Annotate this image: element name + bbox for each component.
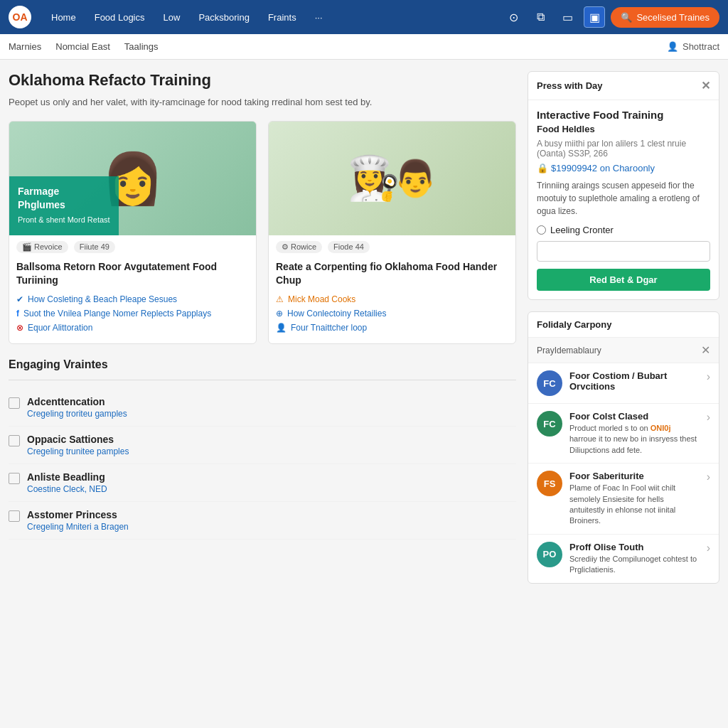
checkbox-3[interactable] xyxy=(9,510,20,522)
list-item-3: Asstomer Princess Cregeling Mniteri a Br… xyxy=(9,502,516,540)
sec-nav-nomcial[interactable]: Nomcial East xyxy=(55,41,110,52)
top-nav: OA Home Food Logics Low Packsboring Frai… xyxy=(0,0,728,34)
nav-packsboring[interactable]: Packsboring xyxy=(190,8,258,27)
profile-item-0[interactable]: FC Foor Costiom / Bubart Orvcitions › xyxy=(528,363,719,404)
profile-item-3[interactable]: PO Proff Olise Touth Scrediiy the Compil… xyxy=(528,535,719,583)
panel-price: 🔒 $19909942 on Charoonly xyxy=(537,163,710,173)
panel-main-title: Interactive Food Training xyxy=(537,109,710,121)
card-1-badge-2: Fiiute 49 xyxy=(74,241,115,253)
panel-radio-label: Leeling Cronter xyxy=(550,225,614,235)
user-icon: 👤 xyxy=(667,41,678,52)
nav-low[interactable]: Low xyxy=(155,8,189,27)
search-button[interactable]: 🔍 Secelised Traines xyxy=(611,7,719,28)
panel-radio-input[interactable] xyxy=(537,225,546,235)
page-title: Oklahoma Refacto Training xyxy=(9,71,516,90)
logo-icon: OA xyxy=(9,6,31,28)
profile-name-2: Foor Saberiturite xyxy=(569,471,700,481)
panel-text-input[interactable] xyxy=(537,241,710,262)
sec-nav-marnies[interactable]: Marnies xyxy=(9,41,41,52)
profile-text-1: Foor Colst Clased Product morled s to on… xyxy=(569,411,700,456)
sec-nav-right: 👤 Shottract xyxy=(667,41,719,52)
card-1-link-1[interactable]: ✔ How Cosleting & Beach Pleape Sesues xyxy=(16,292,249,306)
card-1-badge-1: 🎬 Revoice xyxy=(16,241,68,253)
card-1-link-3[interactable]: ⊗ Equor Alittoration xyxy=(16,321,249,335)
nav-square-icon[interactable]: ▣ xyxy=(584,6,605,28)
profile-text-2: Foor Saberiturite Plame of Foac In Fool … xyxy=(569,471,700,527)
checkbox-0[interactable] xyxy=(9,397,20,409)
card-2-badges: ⚙ Rowice Fiode 44 xyxy=(269,235,515,256)
card-2-badge-1: ⚙ Rowice xyxy=(276,241,322,253)
card-1-body: Ballsoma Retorn Roor Avgutatement Food T… xyxy=(9,256,256,343)
chevron-icon-3: › xyxy=(707,542,710,555)
list-item-content-1: Oppacic Sattiones Cregeling trunitee pam… xyxy=(27,434,129,456)
nav-circle-icon[interactable]: ⊙ xyxy=(503,6,524,28)
search-icon: 🔍 xyxy=(621,12,632,23)
checkbox-2[interactable] xyxy=(9,473,20,484)
nav-fraints[interactable]: Fraints xyxy=(259,8,305,27)
nav-more[interactable]: ··· xyxy=(306,8,331,27)
list-item-0: Adcenttencation Cregeling troriteu gampl… xyxy=(9,389,516,427)
nav-food-logics[interactable]: Food Logics xyxy=(86,8,154,27)
list-item-content-0: Adcenttencation Cregeling troriteu gampl… xyxy=(27,396,127,419)
panel-close-button[interactable]: ✕ xyxy=(701,79,710,92)
lock-icon: 🔒 xyxy=(537,163,548,173)
engaging-section: Engaging Vraintes Adcenttencation Cregel… xyxy=(9,358,516,540)
avatar-0: FC xyxy=(537,370,562,396)
left-content: Oklahoma Refacto Training Peopet us only… xyxy=(9,71,516,595)
card-1-badges: 🎬 Revoice Fiiute 49 xyxy=(9,235,256,256)
chevron-icon-0: › xyxy=(707,370,710,383)
card-2-photo: 👩‍🍳 👨 xyxy=(269,122,515,235)
card-2-link-1[interactable]: ⚠ Mick Moad Cooks xyxy=(276,292,508,306)
item-sub-2: Coestine Cleck, NED xyxy=(27,484,107,494)
profile-name-3: Proff Olise Touth xyxy=(569,542,700,552)
sec-nav-taalings[interactable]: Taalings xyxy=(124,41,159,52)
card-1-overlay: Farmage Phglumes Pront & shent Mord Reta… xyxy=(9,176,119,235)
badge-icon-1: 🎬 xyxy=(22,242,32,252)
item-sub-0: Cregeling troriteu gamples xyxy=(27,409,127,419)
panel-2-header: Folidaly Carpony xyxy=(528,312,719,338)
profile-item-2[interactable]: FS Foor Saberiturite Plame of Foac In Fo… xyxy=(528,464,719,535)
panel-action-button[interactable]: Red Bet & Dgar xyxy=(537,269,710,291)
subpanel-close-button[interactable]: ✕ xyxy=(701,343,710,357)
divider xyxy=(9,380,516,380)
person-icon-2: 👩‍🍳 xyxy=(347,153,400,203)
cross-icon: ⊗ xyxy=(16,323,23,333)
list-item-2: Anliste Beadling Coestine Cleck, NED xyxy=(9,464,516,502)
globe-icon: ⊕ xyxy=(276,309,283,318)
secondary-nav: Marnies Nomcial East Taalings 👤 Shottrac… xyxy=(0,34,728,60)
card-2-link-3[interactable]: 👤 Four Tnaittcher loop xyxy=(276,321,508,335)
item-sub-1: Cregeling trunitee pamples xyxy=(27,446,129,456)
chevron-icon-1: › xyxy=(707,411,710,424)
card-2-link-2[interactable]: ⊕ How Conlectoiny Retailies xyxy=(276,306,508,321)
panel-training-desc: Trinniing araings scusen appeseid fior t… xyxy=(537,179,710,218)
item-title-3: Asstomer Princess xyxy=(27,509,129,520)
user-icon-2: 👤 xyxy=(276,323,287,333)
panel-interactive: Press with Day ✕ Interactive Food Traini… xyxy=(528,71,719,300)
profile-item-1[interactable]: FC Foor Colst Clased Product morled s to… xyxy=(528,404,719,464)
highlight-text-1: ONI0j xyxy=(651,424,671,432)
nav-copy-icon[interactable]: ⧉ xyxy=(530,6,551,28)
nav-rect-icon[interactable]: ▭ xyxy=(557,6,578,28)
item-sub-3: Cregeling Mniteri a Bragen xyxy=(27,522,129,532)
panel-subtitle: Food Heldles xyxy=(537,124,710,134)
nav-icon-group: ⊙ ⧉ ▭ ▣ 🔍 Secelised Traines xyxy=(503,6,719,28)
panel-radio-row: Leeling Cronter xyxy=(537,225,710,235)
card-2-badge-2: Fiode 44 xyxy=(328,241,370,253)
right-sidebar: Press with Day ✕ Interactive Food Traini… xyxy=(528,71,719,595)
cards-grid: 👩 Farmage Phglumes Pront & shent Mord Re… xyxy=(9,121,516,344)
avatar-1: FC xyxy=(537,411,562,437)
nav-home[interactable]: Home xyxy=(43,8,85,27)
main-layout: Oklahoma Refacto Training Peopet us only… xyxy=(0,60,728,606)
card-2-body: Reate a Corpenting fio Oklahoma Food Han… xyxy=(269,256,515,343)
nav-links: Home Food Logics Low Packsboring Fraints… xyxy=(43,8,500,27)
item-title-2: Anliste Beadling xyxy=(27,471,107,483)
panel-header-title: Press with Day xyxy=(537,80,603,91)
card-1-link-2[interactable]: f Suot the Vnilea Plange Nomer Replects … xyxy=(16,306,249,321)
badge-icon-2: ⚙ xyxy=(282,242,289,252)
checkbox-1[interactable] xyxy=(9,435,20,446)
subpanel-title: PrayIdemablaury xyxy=(537,346,601,355)
logo: OA xyxy=(9,6,31,28)
profile-text-0: Foor Costiom / Bubart Orvcitions xyxy=(569,370,700,393)
card-2: 👩‍🍳 👨 ⚙ Rowice Fiode 44 Reate a Corpenti… xyxy=(268,121,516,344)
panel-2-title: Folidaly Carpony xyxy=(537,319,611,330)
